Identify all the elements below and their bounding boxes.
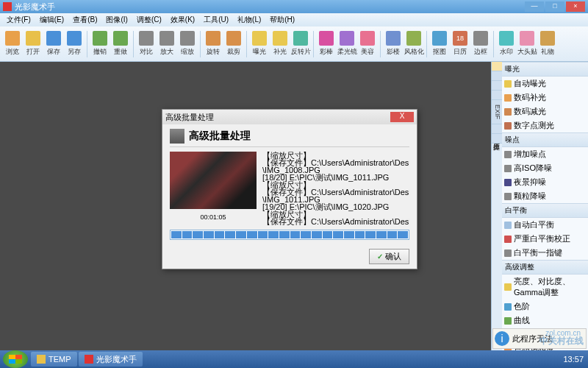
panel-section-header[interactable]: 噪点 — [502, 132, 588, 147]
曝光-icon — [252, 31, 267, 46]
item-icon — [504, 108, 512, 116]
start-button[interactable] — [3, 350, 28, 368]
toolbar-对比[interactable]: 对比 — [137, 31, 156, 57]
toolbar-曝光[interactable]: 曝光 — [250, 31, 269, 57]
toolbar-水印[interactable]: 水印 — [497, 31, 516, 57]
panel-item[interactable]: 数码补光 — [502, 91, 588, 105]
toolbar-风格化[interactable]: 风格化 — [404, 31, 423, 57]
panel-item[interactable]: 数字点测光 — [502, 118, 588, 132]
panel-item[interactable]: 增加噪点 — [502, 147, 588, 161]
panel-item[interactable]: 曲线 — [502, 314, 588, 328]
item-icon — [504, 317, 512, 325]
right-tab[interactable]: 数码暗房 — [492, 71, 502, 81]
preview-image — [170, 152, 257, 209]
panel-section-header[interactable]: 高级调整 — [502, 260, 588, 275]
item-icon — [504, 151, 512, 158]
panel-item[interactable]: 颗粒降噪 — [502, 189, 588, 203]
旋转-icon — [206, 31, 220, 46]
panel-item[interactable]: 色阶 — [502, 300, 588, 314]
item-icon — [504, 283, 512, 291]
window-title: 光影魔术手 — [15, 1, 55, 13]
menu-item[interactable]: 帮助(H) — [266, 15, 298, 25]
toolbar-柔光镜[interactable]: 柔光镜 — [337, 31, 356, 57]
elapsed-time: 00:01:05 — [170, 213, 257, 221]
progress-bar — [170, 230, 409, 240]
大头贴-icon — [520, 31, 534, 46]
menu-item[interactable]: 调整(C) — [133, 15, 165, 25]
toolbar-补光[interactable]: 补光 — [270, 31, 290, 57]
app-icon — [3, 2, 12, 11]
dialog-titlebar[interactable]: 高级批量处理 X — [162, 110, 417, 124]
toolbar-打开[interactable]: 打开 — [24, 31, 43, 57]
toolbar-旋转[interactable]: 旋转 — [204, 31, 223, 57]
batch-icon — [170, 129, 184, 144]
menu-item[interactable]: 图像(I) — [102, 15, 131, 25]
notification-text: 此程序无法 — [512, 333, 553, 344]
抠图-icon — [432, 31, 447, 46]
close-button[interactable]: × — [566, 1, 585, 12]
dialog-close-button[interactable]: X — [390, 112, 414, 122]
menubar: 文件(F)编辑(E)查看(B)图像(I)调整(C)效果(K)工具(U)礼物(L)… — [0, 13, 588, 26]
item-icon — [504, 179, 512, 186]
panel-section-header[interactable]: 曝光 — [502, 62, 588, 77]
item-icon — [504, 303, 512, 311]
taskbar: TEMP光影魔术手 13:57 — [0, 350, 588, 368]
礼物-icon — [540, 31, 555, 46]
保存-icon — [46, 31, 61, 46]
panel-item[interactable]: 白平衡一指键 — [502, 246, 588, 260]
toolbar-裁剪[interactable]: 裁剪 — [224, 31, 243, 57]
toolbar-彩棒[interactable]: 彩棒 — [317, 31, 336, 57]
边框-icon — [473, 31, 488, 46]
panel-section-header[interactable]: 白平衡 — [502, 203, 588, 218]
menu-item[interactable]: 效果(K) — [167, 15, 198, 25]
right-tab[interactable]: EXIF — [492, 100, 502, 124]
notification-popup[interactable]: i 此程序无法 — [492, 328, 587, 349]
toolbar-抠图[interactable]: 抠图 — [430, 31, 449, 57]
panel-item[interactable]: 严重白平衡校正 — [502, 232, 588, 246]
window-titlebar: 光影魔术手 — □ × — [0, 0, 588, 13]
toolbar-撤销[interactable]: 撤销 — [90, 31, 110, 57]
right-tab[interactable]: 边框图层 — [492, 81, 502, 91]
panel-item[interactable]: 数码减光 — [502, 105, 588, 118]
right-tab[interactable]: 便捷工具 — [492, 91, 502, 100]
panel-item[interactable]: 高ISO降噪 — [502, 161, 588, 175]
panel-item[interactable]: 亮度、对比度、Gamma调整 — [502, 275, 588, 300]
toolbar-保存[interactable]: 保存 — [44, 31, 63, 57]
menu-item[interactable]: 查看(B) — [69, 15, 101, 25]
toolbar-影楼[interactable]: 影楼 — [384, 31, 403, 57]
taskbar-item[interactable]: TEMP — [31, 352, 77, 367]
toolbar-另存[interactable]: 另存 — [65, 31, 84, 57]
toolbar-反转片[interactable]: 反转片 — [291, 31, 310, 57]
toolbar-日历[interactable]: 18日历 — [451, 31, 470, 57]
panel-item[interactable]: 自动曝光 — [502, 77, 588, 91]
panel-item[interactable]: 夜景抑噪 — [502, 175, 588, 189]
toolbar-重做[interactable]: 重做 — [111, 31, 130, 57]
system-tray[interactable]: 13:57 — [559, 355, 588, 364]
影楼-icon — [386, 31, 401, 46]
right-tab[interactable]: 操作历史 — [492, 134, 502, 144]
撤销-icon — [93, 31, 107, 46]
ok-button[interactable]: 确认 — [369, 249, 409, 264]
item-icon — [504, 222, 512, 229]
minimize-button[interactable]: — — [525, 1, 544, 12]
toolbar-大头贴[interactable]: 大头贴 — [517, 31, 537, 57]
toolbar-美容[interactable]: 美容 — [358, 31, 377, 57]
toolbar-礼物[interactable]: 礼物 — [538, 31, 557, 57]
menu-item[interactable]: 编辑(E) — [36, 15, 68, 25]
menu-item[interactable]: 文件(F) — [3, 15, 35, 25]
toolbar-浏览[interactable]: 浏览 — [3, 31, 22, 57]
right-tab[interactable]: 基本调整 — [492, 62, 502, 71]
taskbar-item[interactable]: 光影魔术手 — [79, 352, 143, 367]
maximize-button[interactable]: □ — [545, 1, 564, 12]
right-tab[interactable]: 光影社区 — [492, 124, 502, 134]
toolbar-放大[interactable]: 放大 — [157, 31, 176, 57]
menu-item[interactable]: 礼物(L) — [234, 15, 265, 25]
打开-icon — [26, 31, 40, 46]
menu-item[interactable]: 工具(U) — [200, 15, 232, 25]
clock: 13:57 — [563, 355, 584, 364]
item-icon — [504, 250, 512, 257]
toolbar-边框[interactable]: 边框 — [471, 31, 490, 57]
panel-item[interactable]: 自动白平衡 — [502, 218, 588, 232]
main-toolbar: 浏览打开保存另存撤销重做对比放大缩放旋转裁剪曝光补光反转片彩棒柔光镜美容影楼风格… — [0, 26, 588, 62]
toolbar-缩放[interactable]: 缩放 — [178, 31, 197, 57]
